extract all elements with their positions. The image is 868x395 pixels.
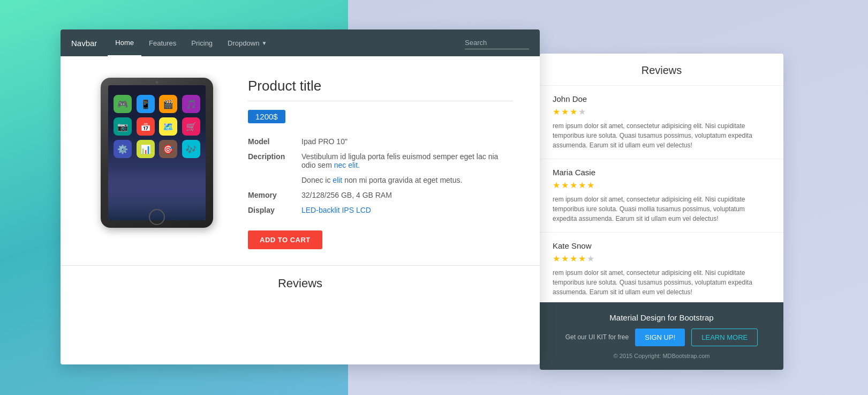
star-1-3: ★ [570, 107, 577, 117]
app-icon-1: 🎮 [114, 95, 132, 113]
spec-value-model: Ipad PRO 10" [301, 134, 513, 149]
star-2-5: ★ [587, 180, 594, 190]
nav-links: Home Features Pricing Dropdown ▼ [108, 29, 465, 56]
reviews-section: Reviews [61, 265, 540, 301]
product-title: Product title [248, 78, 513, 94]
product-image-container: 🎮 📱 🎬 🎵 📷 📅 🗺️ 🛒 ⚙️ 📊 🎯 🎶 [87, 72, 227, 249]
spec-link-nec[interactable]: nec elit. [334, 161, 360, 169]
search-input[interactable] [465, 36, 529, 49]
product-image: 🎮 📱 🎬 🎵 📷 📅 🗺️ 🛒 ⚙️ 📊 🎯 🎶 [101, 78, 213, 228]
app-icon-3: 🎬 [159, 95, 177, 113]
add-to-cart-button[interactable]: ADD TO CART [248, 230, 322, 249]
review-item-3: Kate Snow ★ ★ ★ ★ ★ rem ipsum dolor sit … [540, 233, 783, 306]
spec-value-description2: Donec ic elit non mi porta gravida at eg… [301, 173, 513, 188]
review-author-2: Maria Casie [553, 168, 771, 177]
review-text-2: rem ipsum dolor sit amet, consectetur ad… [553, 195, 771, 223]
app-icon-12: 🎶 [182, 140, 200, 158]
star-3-4: ★ [578, 254, 586, 264]
star-2-3: ★ [570, 180, 577, 190]
spec-label-memory: Memory [248, 188, 301, 203]
spec-row-description: Decription Vestibulum id ligula porta fe… [248, 149, 513, 173]
back-footer: Material Design for Bootstrap Get our UI… [540, 302, 783, 370]
signup-button[interactable]: SIGN UP! [635, 329, 685, 346]
star-3-3: ★ [570, 254, 577, 264]
dropdown-label: Dropdown [228, 39, 259, 47]
review-author-1: John Doe [553, 94, 771, 103]
review-stars-2: ★ ★ ★ ★ ★ [553, 180, 771, 190]
ipad-home-button [149, 209, 165, 225]
star-3-1: ★ [553, 254, 560, 264]
nav-link-pricing[interactable]: Pricing [184, 29, 220, 56]
review-item-2: Maria Casie ★ ★ ★ ★ ★ rem ipsum dolor si… [540, 159, 783, 233]
product-details: Product title 1200$ Model Ipad PRO 10" D… [248, 72, 513, 249]
star-1-4: ★ [578, 107, 586, 117]
review-author-3: Kate Snow [553, 241, 771, 250]
app-icon-2: 📱 [137, 95, 155, 113]
back-reviews-header: Reviews [540, 54, 783, 86]
app-icon-4: 🎵 [182, 95, 200, 113]
spec-table: Model Ipad PRO 10" Decription Vestibulum… [248, 134, 513, 218]
ipad-screen: 🎮 📱 🎬 🎵 📷 📅 🗺️ 🛒 ⚙️ 📊 🎯 🎶 [108, 85, 206, 220]
review-item-1: John Doe ★ ★ ★ ★ rem ipsum dolor sit ame… [540, 86, 783, 159]
spec-label-description: Decription [248, 149, 301, 173]
reviews-title: Reviews [87, 277, 513, 290]
ipad-camera [156, 81, 158, 84]
star-2-4: ★ [578, 180, 586, 190]
main-card: Navbar Home Features Pricing Dropdown ▼ [61, 29, 540, 364]
price-badge: 1200$ [248, 110, 285, 123]
star-2-2: ★ [561, 180, 569, 190]
back-reviews-title: Reviews [553, 64, 771, 77]
spec-value-display: LED-backlit IPS LCD [301, 203, 513, 218]
star-1-2: ★ [561, 107, 569, 117]
spec-label-model: Model [248, 134, 301, 149]
spec-label-display: Display [248, 203, 301, 218]
ipad-icons-grid: 🎮 📱 🎬 🎵 📷 📅 🗺️ 🛒 ⚙️ 📊 🎯 🎶 [108, 85, 206, 163]
product-divider [248, 101, 513, 101]
app-icon-7: 🗺️ [159, 117, 177, 136]
spec-row-memory: Memory 32/128/256 GB, 4 GB RAM [248, 188, 513, 203]
footer-cta-buttons: Get our UI KIT for free SIGN UP! LEARN M… [553, 329, 771, 346]
review-text-1: rem ipsum dolor sit amet, consectetur ad… [553, 121, 771, 150]
star-2-1: ★ [553, 180, 560, 190]
learn-more-button[interactable]: LEARN MORE [691, 329, 758, 346]
review-stars-3: ★ ★ ★ ★ ★ [553, 254, 771, 264]
review-stars-1: ★ ★ ★ ★ [553, 107, 771, 117]
nav-link-features[interactable]: Features [141, 29, 184, 56]
app-icon-8: 🛒 [182, 117, 200, 136]
star-3-5: ★ [587, 254, 594, 264]
app-icon-9: ⚙️ [114, 140, 132, 158]
app-icon-6: 📅 [137, 117, 155, 136]
spec-link-elit[interactable]: elit [333, 176, 342, 184]
star-3-2: ★ [561, 254, 569, 264]
app-icon-11: 🎯 [159, 140, 177, 158]
ipad-body: 🎮 📱 🎬 🎵 📷 📅 🗺️ 🛒 ⚙️ 📊 🎯 🎶 [101, 78, 213, 228]
nav-link-dropdown[interactable]: Dropdown ▼ [220, 29, 274, 56]
spec-row-model: Model Ipad PRO 10" [248, 134, 513, 149]
footer-cta-subtitle: Get our UI KIT for free [565, 329, 629, 346]
footer-copyright: © 2015 Copyright: MDBootstrap.com [553, 353, 771, 359]
spec-value-description: Vestibulum id ligula porta felis euismod… [301, 149, 513, 173]
spec-link-display[interactable]: LED-backlit IPS LCD [301, 206, 371, 214]
back-card: Reviews John Doe ★ ★ ★ ★ rem ipsum dolor… [540, 54, 783, 370]
spec-row-description2: Donec ic elit non mi porta gravida at eg… [248, 173, 513, 188]
review-text-3: rem ipsum dolor sit amet, consectetur ad… [553, 268, 771, 297]
app-icon-10: 📊 [137, 140, 155, 158]
star-1-1: ★ [553, 107, 560, 117]
navbar-search[interactable] [465, 36, 529, 49]
spec-value-memory: 32/128/256 GB, 4 GB RAM [301, 188, 513, 203]
navbar: Navbar Home Features Pricing Dropdown ▼ [61, 29, 540, 56]
chevron-down-icon: ▼ [261, 40, 267, 46]
spec-label-empty [248, 173, 301, 188]
nav-link-home[interactable]: Home [108, 29, 141, 56]
app-icon-5: 📷 [114, 117, 132, 136]
product-area: 🎮 📱 🎬 🎵 📷 📅 🗺️ 🛒 ⚙️ 📊 🎯 🎶 [61, 56, 540, 265]
footer-cta-title: Material Design for Bootstrap [553, 313, 771, 322]
navbar-brand: Navbar [71, 39, 97, 48]
spec-row-display: Display LED-backlit IPS LCD [248, 203, 513, 218]
